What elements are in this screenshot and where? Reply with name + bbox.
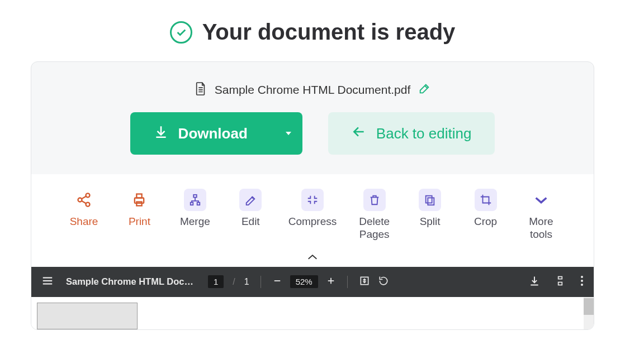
more-options-icon[interactable] <box>580 275 584 289</box>
svg-rect-10 <box>137 194 142 198</box>
actions-row: Download Back to editing <box>31 112 594 174</box>
svg-rect-16 <box>428 198 434 205</box>
tool-label: Print <box>129 215 150 228</box>
split-icon <box>419 189 441 211</box>
svg-point-27 <box>581 276 583 278</box>
page-current[interactable]: 1 <box>208 275 224 288</box>
print-file-icon[interactable] <box>555 275 566 289</box>
svg-rect-25 <box>558 276 562 279</box>
edit-icon <box>239 189 262 211</box>
svg-rect-12 <box>193 195 197 198</box>
download-icon <box>154 124 168 143</box>
download-button[interactable]: Download <box>130 112 302 155</box>
page-thumbnail[interactable] <box>37 303 138 329</box>
tool-split[interactable]: Split <box>412 189 448 228</box>
svg-line-8 <box>82 201 86 204</box>
zoom-out-icon[interactable] <box>272 276 282 288</box>
chevron-down-icon <box>530 189 552 211</box>
tool-crop[interactable]: Crop <box>468 189 504 228</box>
page-sep: / <box>231 277 236 287</box>
viewer-doc-title: Sample Chrome HTML Doc… <box>66 276 193 287</box>
document-icon <box>195 82 207 98</box>
print-icon <box>128 189 150 211</box>
tool-edit[interactable]: Edit <box>233 189 268 228</box>
tool-label: Split <box>420 215 441 228</box>
tool-label: Delete Pages <box>359 215 390 241</box>
svg-point-6 <box>86 203 90 207</box>
check-circle-icon <box>170 21 192 44</box>
menu-icon[interactable] <box>41 275 54 289</box>
svg-rect-15 <box>426 196 432 203</box>
scrollbar-thumb[interactable] <box>584 298 594 315</box>
svg-rect-14 <box>197 203 200 205</box>
svg-point-4 <box>78 198 82 202</box>
separator <box>261 276 261 288</box>
file-name: Sample Chrome HTML Document.pdf <box>215 83 411 97</box>
tool-print[interactable]: Print <box>121 189 157 228</box>
pdf-viewer-bar: Sample Chrome HTML Doc… 1 / 1 52% <box>31 267 594 297</box>
download-caret[interactable] <box>274 112 302 155</box>
compress-icon <box>301 189 324 211</box>
tool-more[interactable]: More tools <box>523 189 559 241</box>
file-row: Sample Chrome HTML Document.pdf <box>31 62 594 112</box>
result-card: Sample Chrome HTML Document.pdf Download… <box>31 61 594 330</box>
svg-marker-3 <box>286 132 291 135</box>
rotate-icon[interactable] <box>378 275 389 289</box>
trash-icon <box>363 189 386 211</box>
rename-icon[interactable] <box>418 83 430 97</box>
collapse-toolbar[interactable] <box>31 251 594 267</box>
tool-compress[interactable]: Compress <box>288 189 337 228</box>
tool-label: Edit <box>242 215 260 228</box>
page-total: 1 <box>244 277 249 287</box>
tool-delete-pages[interactable]: Delete Pages <box>357 189 392 241</box>
download-file-icon[interactable] <box>529 275 540 289</box>
tool-label: Compress <box>288 215 337 228</box>
svg-rect-26 <box>558 282 562 285</box>
svg-point-5 <box>86 193 90 197</box>
svg-point-29 <box>581 284 583 286</box>
separator <box>347 276 348 288</box>
back-label: Back to editing <box>376 125 472 142</box>
fit-page-icon[interactable] <box>359 275 370 289</box>
share-icon <box>73 189 95 211</box>
page-title: Your document is ready <box>202 20 456 45</box>
download-label: Download <box>178 125 248 142</box>
svg-point-28 <box>581 280 583 282</box>
tools-toolbar: Share Print Merge Edit Compress <box>31 174 594 251</box>
arrow-left-icon <box>352 124 366 143</box>
tool-label: More tools <box>529 215 553 241</box>
zoom-level[interactable]: 52% <box>290 275 318 288</box>
back-to-editing-button[interactable]: Back to editing <box>328 112 495 155</box>
svg-line-7 <box>82 197 86 199</box>
zoom-in-icon[interactable] <box>326 276 336 288</box>
merge-icon <box>184 189 206 211</box>
tool-share[interactable]: Share <box>66 189 102 228</box>
tool-merge[interactable]: Merge <box>177 189 213 228</box>
page-header: Your document is ready <box>0 0 625 61</box>
tool-label: Share <box>70 215 98 228</box>
crop-icon <box>475 189 497 211</box>
svg-rect-13 <box>191 203 193 205</box>
tool-label: Merge <box>180 215 210 228</box>
thumbnail-strip <box>31 297 594 329</box>
tool-label: Crop <box>474 215 497 228</box>
scrollbar[interactable] <box>584 297 594 329</box>
